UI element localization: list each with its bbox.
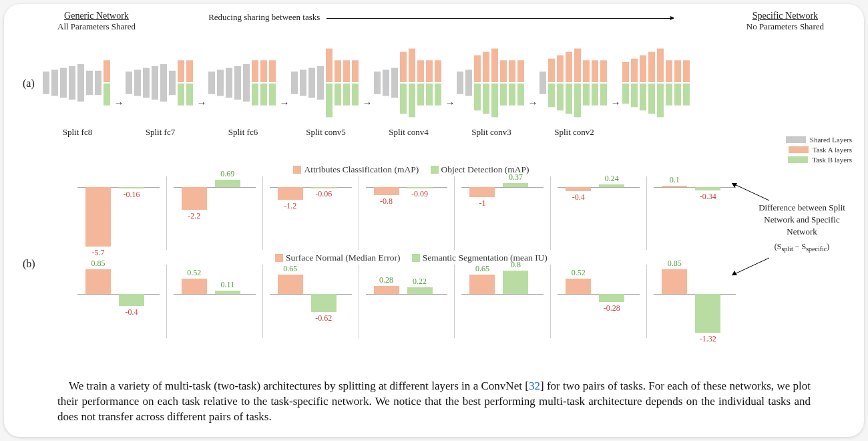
svg-rect-58 [474,84,481,110]
center-caption: Reducing sharing between tasks [136,12,746,23]
arrow-right-icon: → [362,98,373,109]
svg-rect-43 [383,69,389,96]
bar [599,294,624,302]
bar [278,275,303,294]
bar [503,271,528,294]
svg-rect-25 [252,84,258,106]
svg-rect-20 [217,69,224,96]
svg-rect-63 [500,60,507,82]
svg-rect-45 [400,52,407,82]
svg-rect-4 [77,64,84,102]
row-b-label: (b) [23,258,35,270]
citation-link[interactable]: 32 [529,380,540,392]
bar [469,275,495,294]
bar-value-label: 0.85 [658,259,691,269]
arrow-right-icon: → [279,98,290,109]
arrow-right-icon: → [114,98,124,109]
svg-rect-19 [208,71,215,94]
bar-value-label: -0.4 [115,307,148,317]
svg-rect-10 [134,69,141,96]
bar-value-label: -0.28 [595,303,628,313]
bar [215,291,240,294]
bar-value-label: 0.37 [499,172,532,182]
svg-rect-41 [352,84,359,106]
svg-rect-3 [69,66,75,100]
side-caption: Difference between Split Network and Spe… [752,202,852,254]
mini-chart: -5.7-0.16 [71,176,167,250]
swatch-icon [275,254,283,262]
bar [662,269,687,294]
bar-value-label: 0.11 [211,280,244,290]
mini-chart: 0.650.8 [455,265,551,338]
mini-chart: 0.85-0.4 [71,265,167,338]
svg-rect-46 [400,84,407,114]
svg-rect-64 [500,84,507,106]
svg-rect-82 [600,60,607,82]
bar-value-label: 0.22 [403,277,437,287]
svg-rect-50 [417,84,424,106]
specific-title: Specific Network [746,11,824,21]
swatch-task-a [789,146,809,153]
bar-value-label: -0.8 [370,196,403,206]
svg-rect-92 [657,49,664,82]
arrow-right-icon [327,18,674,19]
svg-rect-73 [557,84,564,110]
bar-value-label: 0.65 [465,264,499,274]
mini-chart: -1.2-0.06 [263,176,359,250]
mini-chart: 0.1-0.34 [647,176,742,250]
svg-rect-7 [103,60,110,82]
svg-rect-68 [517,84,524,106]
svg-line-102 [732,258,769,275]
svg-rect-65 [509,60,515,82]
svg-rect-86 [631,59,638,82]
bar-value-label: -0.34 [691,192,724,202]
bar [566,279,591,294]
bar-value-label: 0.69 [211,169,244,179]
svg-rect-97 [674,84,681,106]
network-diagram: Split conv3 [455,43,527,138]
svg-rect-84 [622,62,629,82]
chart-strip-2-title: Surface Normal (Median Error) Semantic S… [71,253,742,263]
swatch-icon [431,166,439,174]
bar [407,187,433,188]
swatch-icon [412,254,420,262]
svg-rect-11 [143,68,150,98]
bar-value-label: 0.24 [595,174,628,184]
chart-strip-1-title: Attributes Classification (mAP) Object D… [71,164,742,175]
svg-rect-21 [226,68,232,98]
side-caption-formula: (Ssplit − Sspecific) [752,241,852,254]
svg-rect-38 [343,60,350,82]
svg-rect-59 [483,52,489,82]
mini-chart: -0.8-0.09 [359,176,455,250]
svg-rect-28 [269,60,276,82]
svg-rect-17 [186,60,193,82]
mini-chart: 0.85-1.32 [647,265,742,338]
svg-rect-44 [391,68,398,98]
bar-value-label: 0.28 [370,275,403,285]
svg-rect-70 [548,59,555,82]
bar [374,187,399,196]
svg-rect-37 [335,84,341,106]
chart-strip-1: Attributes Classification (mAP) Object D… [71,176,742,250]
svg-rect-67 [517,60,524,82]
svg-rect-62 [491,84,498,117]
bar-value-label: -0.16 [115,190,148,200]
bar [407,287,433,294]
arrow-right-icon: → [196,98,207,109]
bar [182,279,207,294]
bar [119,187,144,189]
svg-rect-69 [539,71,546,94]
svg-rect-0 [43,71,49,94]
swatch-icon [293,166,301,174]
svg-rect-91 [648,84,655,114]
svg-rect-18 [186,84,193,106]
bar-value-label: -0.62 [307,313,341,323]
svg-rect-14 [169,71,176,95]
mini-chart: 0.52-0.28 [551,265,647,338]
svg-rect-48 [409,84,415,117]
svg-rect-5 [86,71,93,95]
bar [695,294,720,333]
svg-rect-80 [592,60,598,82]
bar [599,184,624,187]
svg-rect-87 [631,84,638,107]
